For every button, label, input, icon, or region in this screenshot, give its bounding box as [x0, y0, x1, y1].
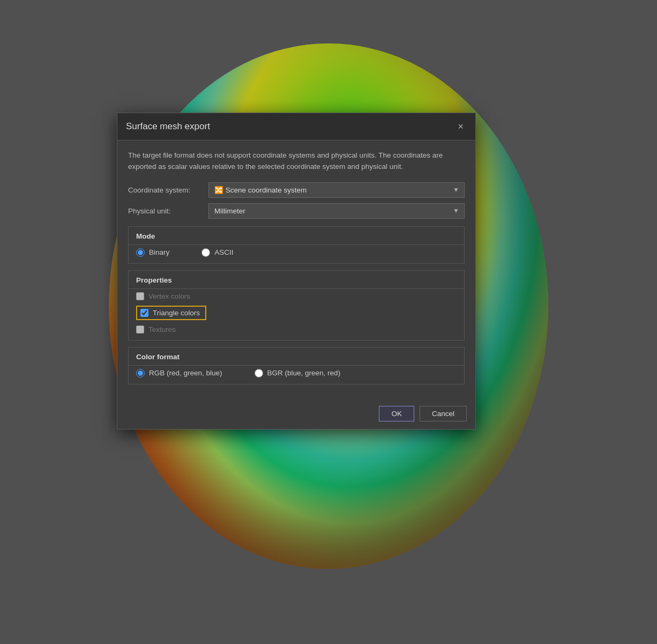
triangle-colors-highlighted-wrapper: Triangle colors: [136, 306, 206, 320]
mode-section: Mode Binary ASCII: [128, 226, 465, 264]
color-format-bgr-option[interactable]: BGR (blue, green, red): [255, 369, 341, 377]
mode-ascii-label: ASCII: [214, 248, 233, 256]
coordinate-system-select-wrapper: 🔀 Scene coordinate system ▼: [208, 182, 465, 198]
properties-section-content: Vertex colors Triangle colors Textures: [129, 289, 464, 340]
color-format-rgb-label: RGB (red, green, blue): [149, 369, 222, 377]
dialog-footer: OK Cancel: [117, 399, 475, 429]
vertex-colors-label: Vertex colors: [148, 292, 190, 300]
dialog-titlebar: Surface mesh export ×: [117, 113, 475, 140]
coordinate-system-row: Coordinate system: 🔀 Scene coordinate sy…: [128, 182, 465, 198]
properties-section: Properties Vertex colors Triangle colors…: [128, 270, 465, 340]
coordinate-system-label: Coordinate system:: [128, 186, 208, 194]
triangle-colors-label: Triangle colors: [153, 309, 200, 317]
color-format-bgr-radio[interactable]: [255, 369, 263, 377]
mode-binary-label: Binary: [149, 248, 169, 256]
vertex-colors-checkbox[interactable]: [136, 292, 144, 300]
color-format-bgr-label: BGR (blue, green, red): [267, 369, 341, 377]
physical-unit-select-wrapper: Millimeter ▼: [208, 203, 465, 219]
color-format-section: Color format RGB (red, green, blue) BGR …: [128, 347, 465, 384]
mode-radio-group: Binary ASCII: [136, 248, 457, 257]
dialog-body: The target file format does not support …: [117, 140, 475, 399]
color-format-section-content: RGB (red, green, blue) BGR (blue, green,…: [129, 366, 464, 384]
properties-section-header: Properties: [129, 271, 464, 288]
coordinate-system-select[interactable]: 🔀 Scene coordinate system: [208, 182, 465, 198]
color-format-radio-group: RGB (red, green, blue) BGR (blue, green,…: [136, 369, 457, 377]
textures-label: Textures: [148, 325, 176, 334]
mode-binary-option[interactable]: Binary: [136, 248, 169, 257]
physical-unit-row: Physical unit: Millimeter ▼: [128, 203, 465, 219]
mode-section-header: Mode: [129, 227, 464, 245]
physical-unit-label: Physical unit:: [128, 207, 208, 215]
triangle-colors-checkbox[interactable]: [140, 309, 148, 317]
textures-checkbox[interactable]: [136, 325, 144, 334]
description-text: The target file format does not support …: [128, 150, 465, 173]
dialog-title: Surface mesh export: [126, 121, 210, 132]
mode-ascii-option[interactable]: ASCII: [201, 248, 233, 257]
close-button[interactable]: ×: [454, 121, 467, 132]
mode-section-content: Binary ASCII: [129, 245, 464, 263]
ok-button[interactable]: OK: [379, 406, 414, 421]
color-format-section-header: Color format: [129, 347, 464, 365]
color-format-rgb-radio[interactable]: [136, 369, 145, 377]
mode-ascii-radio[interactable]: [201, 248, 210, 257]
mode-binary-radio[interactable]: [136, 248, 145, 257]
textures-item: Textures: [136, 325, 457, 334]
surface-mesh-export-dialog: Surface mesh export × The target file fo…: [117, 113, 476, 430]
color-format-rgb-option[interactable]: RGB (red, green, blue): [136, 369, 222, 377]
physical-unit-select[interactable]: Millimeter: [208, 203, 465, 219]
cancel-button[interactable]: Cancel: [420, 406, 467, 421]
vertex-colors-item: Vertex colors: [136, 292, 457, 300]
